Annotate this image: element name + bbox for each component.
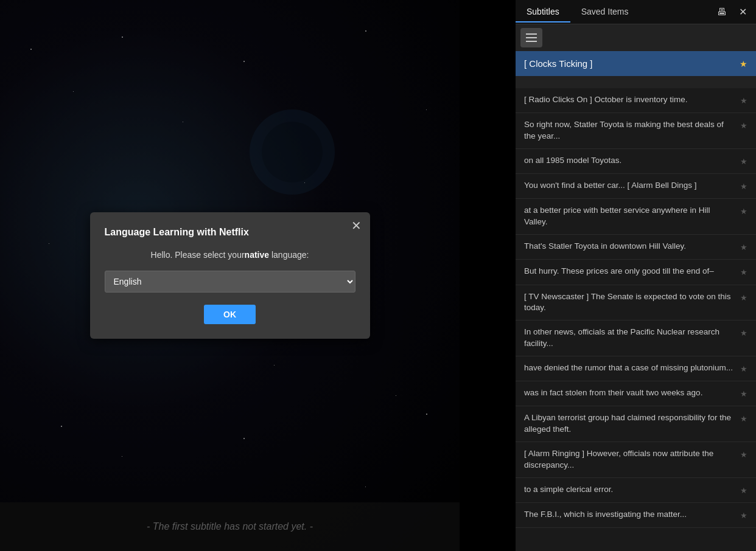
close-panel-icon[interactable]: ✕: [734, 4, 751, 21]
star-icon[interactable]: ★: [740, 510, 747, 521]
subtitle-row[interactable]: have denied the rumor that a case of mis…: [516, 356, 756, 381]
star-icon[interactable]: ★: [740, 120, 747, 131]
modal-overlay: Language Learning with Netflix ✕ Hello. …: [0, 0, 460, 551]
star-icon[interactable]: ★: [740, 414, 747, 425]
star-icon[interactable]: ★: [740, 364, 747, 375]
subtitle-row[interactable]: The F.B.I., which is investigating the m…: [516, 503, 756, 528]
subtitle-row[interactable]: But hurry. These prices are only good ti…: [516, 260, 756, 285]
subtitle-row[interactable]: [ Radio Clicks On ] October is inventory…: [516, 88, 756, 113]
dialog-close-button[interactable]: ✕: [351, 220, 362, 232]
star-icon[interactable]: ★: [740, 449, 747, 460]
subtitle-row[interactable]: was in fact stolen from their vault two …: [516, 381, 756, 406]
tab-subtitles[interactable]: Subtitles: [516, 2, 570, 23]
active-subtitle-star[interactable]: ★: [740, 59, 747, 69]
star-icon[interactable]: ★: [740, 389, 747, 400]
language-dialog: Language Learning with Netflix ✕ Hello. …: [90, 212, 370, 339]
subtitles-panel: Subtitles Saved Items 🖶 ✕ [ Clocks Ticki…: [516, 0, 756, 551]
tab-saved-items[interactable]: Saved Items: [570, 2, 640, 23]
subtitle-row[interactable]: In other news, officials at the Pacific …: [516, 321, 756, 356]
subtitle-row[interactable]: That's Statler Toyota in downtown Hill V…: [516, 235, 756, 260]
subtitle-row[interactable]: [ Alarm Ringing ] However, officials now…: [516, 442, 756, 478]
star-icon[interactable]: ★: [740, 156, 747, 167]
star-icon[interactable]: ★: [740, 293, 747, 303]
star-icon[interactable]: ★: [740, 328, 747, 339]
subtitle-row[interactable]: So right now, Statler Toyota is making t…: [516, 113, 756, 149]
subtitle-row[interactable]: to a simple clerical error.★: [516, 478, 756, 503]
subtitle-row[interactable]: You won't find a better car... [ Alarm B…: [516, 174, 756, 199]
star-icon[interactable]: ★: [740, 206, 747, 217]
star-icon[interactable]: ★: [740, 485, 747, 496]
star-icon[interactable]: ★: [740, 267, 747, 278]
language-select[interactable]: EnglishSpanishFrenchGermanItalianPortugu…: [105, 271, 355, 293]
panel-tabs: Subtitles Saved Items 🖶 ✕: [516, 0, 756, 24]
active-subtitle-row[interactable]: [ Clocks Ticking ] ★: [516, 51, 756, 76]
dialog-prompt: Hello. Please select yournative language…: [105, 250, 355, 260]
panel-spacer: [516, 76, 756, 88]
print-icon[interactable]: 🖶: [713, 4, 730, 21]
panel-header-icons: 🖶 ✕: [713, 4, 756, 21]
menu-button-row: [516, 24, 756, 51]
subtitle-row[interactable]: on all 1985 model Toyotas.★: [516, 149, 756, 174]
star-icon[interactable]: ★: [740, 242, 747, 253]
dialog-title: Language Learning with Netflix: [105, 227, 355, 238]
subtitle-row[interactable]: [ TV Newscaster ] The Senate is expected…: [516, 285, 756, 321]
ok-button[interactable]: OK: [204, 305, 256, 324]
subtitle-row[interactable]: at a better price with better service an…: [516, 199, 756, 235]
star-icon[interactable]: ★: [740, 181, 747, 192]
menu-button[interactable]: [520, 28, 542, 47]
active-subtitle-text: [ Clocks Ticking ]: [524, 58, 593, 69]
subtitle-row[interactable]: A Libyan terrorist group had claimed res…: [516, 406, 756, 442]
star-icon[interactable]: ★: [740, 95, 747, 106]
subtitle-list: [ Radio Clicks On ] October is inventory…: [516, 88, 756, 551]
